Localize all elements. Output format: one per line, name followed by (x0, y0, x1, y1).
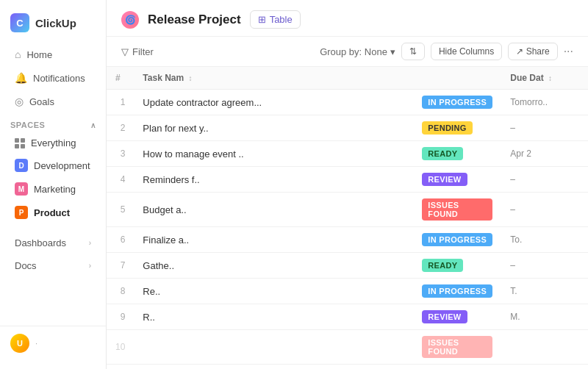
row-num: 11 (107, 365, 134, 370)
task-status[interactable]: READY (413, 141, 501, 167)
table-row[interactable]: 4 Reminders f.. REVIEW – 2h Execu. (107, 167, 588, 193)
task-status[interactable]: REVIEW (413, 304, 501, 330)
table-row[interactable]: 7 Gathe.. READY – – (107, 253, 588, 279)
sidebar-item-dashboards[interactable]: Dashboards › (4, 232, 101, 254)
filter-button[interactable]: ▽ Filter (121, 46, 154, 57)
task-status[interactable]: IN PROGRESS (413, 90, 501, 115)
row-num: 6 (107, 227, 134, 253)
status-badge: READY (422, 259, 463, 272)
avatar: U (10, 334, 29, 353)
task-status[interactable]: IN PROGRESS (413, 365, 501, 370)
toolbar: ▽ Filter Group by: None ▾ ⇅ Hide Columns… (107, 37, 588, 67)
marketing-dot: M (15, 182, 28, 196)
sidebar-item-product[interactable]: P Product (4, 201, 101, 223)
table-row[interactable]: 9 R.. REVIEW M. (107, 304, 588, 330)
bell-icon: 🔔 (15, 72, 27, 84)
sidebar-item-docs[interactable]: Docs › (4, 255, 101, 276)
status-badge: IN PROGRESS (422, 284, 492, 298)
task-status[interactable]: IN PROGRESS (413, 279, 501, 304)
task-name[interactable]: Plan for next y.. (134, 115, 413, 141)
logo-icon: C (10, 13, 29, 32)
due-date (501, 330, 588, 365)
sidebar: C ClickUp ⌂ Home 🔔 Notifications ◎ Goals… (0, 0, 107, 369)
main-header: 🌀 Release Project ⊞ Table (107, 0, 588, 37)
hide-columns-button[interactable]: Hide Columns (431, 43, 502, 60)
status-badge: READY (422, 147, 463, 160)
spaces-chevron-icon[interactable]: ∧ (90, 121, 96, 129)
view-selector[interactable]: ⊞ Table (250, 10, 301, 29)
row-num: 10 (107, 330, 134, 365)
due-date: – (501, 253, 588, 279)
task-name[interactable]: How to manage event .. (134, 141, 413, 167)
sidebar-item-goals[interactable]: ◎ Goals (4, 90, 101, 112)
sidebar-item-home-label: Home (26, 49, 52, 60)
sidebar-item-notifications[interactable]: 🔔 Notifications (4, 67, 101, 89)
sidebar-item-everything[interactable]: Everything (4, 133, 101, 153)
dashboards-label: Dashboards (15, 237, 66, 248)
everything-icon (15, 138, 25, 148)
status-badge: IN PROGRESS (422, 233, 492, 246)
task-status[interactable]: REVIEW (413, 167, 501, 193)
due-date: Tomorro.. (501, 90, 588, 115)
row-num: 9 (107, 304, 134, 330)
task-status[interactable]: PENDING (413, 115, 501, 141)
task-status[interactable]: READY (413, 253, 501, 279)
task-name[interactable]: Gathe.. (134, 253, 413, 279)
task-name[interactable]: R.. (134, 304, 413, 330)
table-header-row: # Task Nam ↕ Due Dat ↕ Time Remaini ↕ No… (107, 67, 588, 90)
sidebar-item-marketing-label: Marketing (34, 184, 76, 195)
app-name: ClickUp (35, 17, 76, 29)
filter-icon: ▽ (121, 46, 129, 57)
due-date: M. (501, 304, 588, 330)
sort-button[interactable]: ⇅ (401, 43, 425, 60)
task-name[interactable]: Finalize a.. (134, 227, 413, 253)
status-badge: IN PROGRESS (422, 96, 492, 109)
home-icon: ⌂ (15, 49, 21, 60)
filter-label: Filter (132, 46, 154, 57)
table-row[interactable]: 1 Update contractor agreem... IN PROGRES… (107, 90, 588, 115)
sidebar-item-home[interactable]: ⌂ Home (4, 43, 101, 65)
main-content: 🌀 Release Project ⊞ Table ▽ Filter Group… (107, 0, 588, 369)
table-row[interactable]: 10 ISSUES FOUND (107, 330, 588, 365)
docs-chevron-icon: › (89, 262, 91, 270)
share-button[interactable]: ↗ Share (508, 43, 557, 60)
sidebar-item-marketing[interactable]: M Marketing (4, 178, 101, 200)
task-name[interactable]: Update contractor agreem... (134, 90, 413, 115)
toolbar-right: Group by: None ▾ ⇅ Hide Columns ↗ Share … (320, 43, 573, 60)
table-row[interactable]: 8 Re.. IN PROGRESS T. (107, 279, 588, 304)
task-status[interactable]: ISSUES FOUND (413, 330, 501, 365)
group-by-button[interactable]: Group by: None ▾ (320, 46, 395, 57)
more-options-button[interactable]: ··· (564, 45, 573, 58)
sidebar-item-development[interactable]: D Development (4, 154, 101, 176)
table-row[interactable]: 6 Finalize a.. IN PROGRESS To. 1 (107, 227, 588, 253)
share-icon: ↗ (516, 46, 523, 57)
sidebar-item-product-label: Product (34, 207, 70, 218)
table-row[interactable]: 2 Plan for next y.. PENDING – – (107, 115, 588, 141)
col-due: Due Dat ↕ (501, 67, 588, 90)
task-status[interactable]: ISSUES FOUND (413, 193, 501, 227)
status-badge: REVIEW (422, 173, 467, 186)
task-name[interactable]: Re.. (134, 279, 413, 304)
due-date (501, 365, 588, 370)
user-dot: · (35, 339, 37, 348)
task-name[interactable] (134, 330, 413, 365)
row-num: 5 (107, 193, 134, 227)
task-name[interactable] (134, 365, 413, 370)
task-name[interactable]: Budget a.. (134, 193, 413, 227)
spaces-section-header: Spaces ∧ (0, 113, 106, 132)
status-badge: ISSUES FOUND (422, 198, 492, 221)
task-status[interactable]: IN PROGRESS (413, 227, 501, 253)
table-body: 1 Update contractor agreem... IN PROGRES… (107, 90, 588, 370)
table-row[interactable]: 3 How to manage event .. READY Apr 2 – (107, 141, 588, 167)
development-dot: D (15, 159, 28, 172)
row-num: 4 (107, 167, 134, 193)
user-profile[interactable]: U · (0, 326, 106, 360)
task-table: # Task Nam ↕ Due Dat ↕ Time Remaini ↕ No… (107, 67, 588, 369)
task-name[interactable]: Reminders f.. (134, 167, 413, 193)
share-label: Share (526, 46, 550, 57)
status-badge: ISSUES FOUND (422, 336, 492, 358)
app-logo[interactable]: C ClickUp (0, 9, 106, 43)
table-row[interactable]: 5 Budget a.. ISSUES FOUND – – (107, 193, 588, 227)
table-row[interactable]: 11 IN PROGRESS (107, 365, 588, 370)
row-num: 3 (107, 141, 134, 167)
